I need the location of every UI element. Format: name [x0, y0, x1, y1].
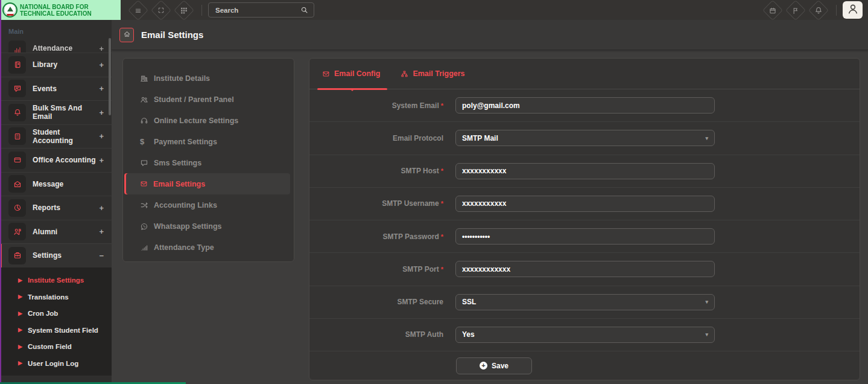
- sidebar-item-attendance[interactable]: Attendance+: [0, 39, 112, 53]
- expand-toggle-icon[interactable]: +: [99, 44, 104, 53]
- select-value: Yes: [462, 330, 475, 339]
- select-value: SSL: [462, 298, 476, 306]
- smtp-password-input[interactable]: [462, 232, 708, 241]
- tab-email-config[interactable]: Email Config: [317, 59, 387, 89]
- field-control: [455, 97, 715, 114]
- field-label-text: Email Protocol: [393, 134, 443, 142]
- notifications-flag-button[interactable]: [785, 0, 806, 20]
- settings-nav-item-accounting-links[interactable]: Accounting Links: [124, 194, 290, 216]
- field-label: SMTP Secure: [309, 298, 443, 306]
- apps-grid-button[interactable]: [174, 0, 194, 20]
- expand-toggle-icon[interactable]: +: [99, 60, 104, 69]
- expand-toggle-icon[interactable]: +: [99, 84, 104, 93]
- settings-nav-item-email-settings[interactable]: Email Settings: [124, 173, 290, 194]
- submenu-item-custom-field[interactable]: ▶Custom Field: [0, 339, 112, 356]
- smtp-username-input[interactable]: [462, 199, 708, 208]
- system-email-input[interactable]: [462, 101, 708, 110]
- field-label: SMTP Auth: [309, 330, 443, 339]
- sidebar-item-alumni[interactable]: Alumni+: [0, 220, 112, 244]
- envelope-open-icon: [8, 175, 26, 193]
- sidebar-item-label: Office Accounting: [33, 156, 99, 164]
- save-button[interactable]: + Save: [456, 357, 532, 374]
- field-label-text: SMTP Username: [382, 199, 439, 208]
- sidebar-item-events[interactable]: Events+: [0, 77, 112, 101]
- building-icon: [140, 74, 148, 83]
- sidebar-item-settings[interactable]: Settings−: [0, 243, 112, 267]
- sidebar-item-office-accounting[interactable]: Office Accounting+: [0, 148, 112, 172]
- navbar-divider: [836, 5, 837, 16]
- expand-toggle-icon[interactable]: +: [99, 132, 104, 141]
- input-wrapper: [455, 228, 715, 245]
- input-wrapper: [455, 261, 715, 277]
- chat-icon: [140, 159, 148, 167]
- submenu-item-cron-job[interactable]: ▶Cron Job: [0, 306, 112, 322]
- settings-nav-card: Institute DetailsStudent / Parent PanelO…: [122, 58, 294, 262]
- field-control: Yes▾: [455, 327, 715, 343]
- fullscreen-button[interactable]: [151, 0, 171, 20]
- headset-icon: [140, 117, 148, 125]
- smtp-secure-select[interactable]: SSL▾: [455, 294, 715, 310]
- field-label: SMTP Password*: [309, 232, 443, 241]
- submenu-item-institute-settings[interactable]: ▶Institute Settings: [0, 272, 112, 289]
- submenu-item-label: Translations: [28, 293, 69, 301]
- field-label-text: SMTP Password: [383, 232, 439, 241]
- submenu-item-user-login-log[interactable]: ▶User Login Log: [0, 355, 112, 372]
- submenu-item-translations[interactable]: ▶Translations: [0, 289, 112, 306]
- field-label-text: SMTP Auth: [405, 330, 443, 339]
- smtp-port-input[interactable]: [462, 265, 708, 274]
- expand-toggle-icon[interactable]: +: [99, 227, 104, 236]
- submenu-item-system-student-field[interactable]: ▶System Student Field: [0, 322, 112, 339]
- email-protocol-select[interactable]: SMTP Mail▾: [455, 130, 715, 146]
- smtp-auth-select[interactable]: Yes▾: [455, 327, 715, 343]
- sidebar-item-reports[interactable]: Reports+: [0, 196, 112, 220]
- calendar-button[interactable]: [762, 0, 783, 20]
- settings-nav-item-whatsapp-settings[interactable]: Whatsapp Settings: [124, 216, 290, 237]
- required-asterisk: *: [441, 233, 443, 240]
- required-asterisk: *: [441, 167, 443, 174]
- expand-toggle-icon[interactable]: +: [99, 203, 104, 213]
- sidebar-item-label: Message: [33, 180, 104, 188]
- sidebar-item-student-accounting[interactable]: Student Accounting+: [0, 124, 112, 149]
- search-input[interactable]: [214, 6, 300, 14]
- settings-nav-item-label: Institute Details: [154, 74, 210, 83]
- app-logo[interactable]: NATIONAL BOARD FOR TECHNICAL EDUCATION: [0, 0, 121, 20]
- field-control: SSL▾: [455, 294, 715, 310]
- settings-nav-item-student-parent-panel[interactable]: Student / Parent Panel: [124, 89, 290, 110]
- expand-toggle-icon[interactable]: +: [99, 108, 104, 117]
- triangle-right-icon: ▶: [18, 294, 22, 299]
- sidebar-toggle-button[interactable]: [128, 0, 148, 20]
- sidebar-item-label: Bulk Sms And Email: [33, 104, 99, 121]
- expand-toggle-icon[interactable]: +: [99, 156, 104, 165]
- bar-chart-icon: [140, 243, 148, 252]
- fullscreen-icon: [157, 7, 165, 14]
- settings-nav-item-online-lecture-settings[interactable]: Online Lecture Settings: [124, 110, 290, 131]
- settings-nav-item-attendance-type[interactable]: Attendance Type: [124, 237, 290, 258]
- form-row-smtp-host: SMTP Host*: [309, 155, 860, 188]
- form-row-smtp-port: SMTP Port*: [309, 253, 860, 286]
- events-icon: [8, 80, 26, 97]
- input-wrapper: [455, 97, 715, 114]
- settings-nav-item-institute-details[interactable]: Institute Details: [124, 68, 290, 89]
- sidebar-item-message[interactable]: Message: [0, 172, 112, 196]
- smtp-host-input[interactable]: [462, 167, 708, 175]
- expand-toggle-icon[interactable]: −: [99, 251, 104, 260]
- flag-icon: [792, 6, 800, 14]
- sidebar-scrollbar[interactable]: [109, 38, 111, 115]
- input-wrapper: [455, 163, 715, 179]
- search-icon[interactable]: [300, 6, 308, 14]
- profile-avatar[interactable]: [843, 1, 863, 19]
- home-breadcrumb-button[interactable]: [119, 28, 134, 42]
- sidebar-item-label: Alumni: [33, 228, 99, 236]
- whatsapp-icon: [140, 222, 148, 231]
- alerts-bell-button[interactable]: [808, 0, 829, 20]
- tab-email-triggers[interactable]: Email Triggers: [396, 59, 472, 89]
- field-control: [455, 228, 715, 245]
- form-row-email-protocol: Email ProtocolSMTP Mail▾: [309, 122, 860, 155]
- bell-icon: [8, 104, 26, 121]
- settings-nav-item-payment-settings[interactable]: $Payment Settings: [124, 131, 290, 152]
- sidebar-item-library[interactable]: Library+: [0, 53, 112, 77]
- sidebar-item-bulk-sms-and-email[interactable]: Bulk Sms And Email+: [0, 100, 112, 124]
- settings-nav-item-sms-settings[interactable]: Sms Settings: [124, 152, 290, 173]
- settings-nav-item-label: Online Lecture Settings: [154, 117, 238, 125]
- settings-nav-item-label: Whatsapp Settings: [154, 222, 222, 231]
